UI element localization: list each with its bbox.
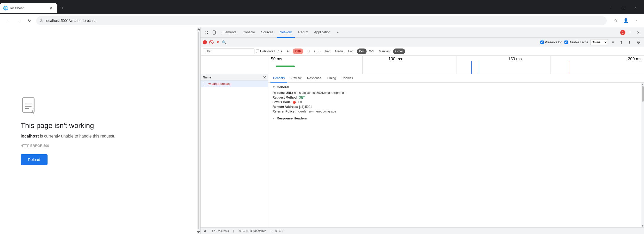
export-button[interactable]: ⬇ bbox=[626, 39, 633, 45]
details-tab-timing[interactable]: Timing bbox=[324, 74, 339, 83]
clear-button[interactable]: 🚫 bbox=[209, 40, 214, 45]
status-size: 0 B / 7 bbox=[275, 229, 284, 232]
scroll-bottom-icon[interactable] bbox=[203, 229, 206, 232]
details-tabs: Headers Preview Response Timing Cookies bbox=[268, 74, 644, 83]
devtools-close-button[interactable]: ✕ bbox=[635, 29, 642, 36]
response-headers-title: Response Headers bbox=[277, 116, 307, 120]
details-tab-response[interactable]: Response bbox=[305, 74, 324, 83]
remote-address-key: Remote Address: bbox=[273, 105, 298, 109]
filter-font[interactable]: Font bbox=[346, 49, 356, 54]
error-description: localhost is currently unable to handle … bbox=[21, 134, 115, 139]
filter-other[interactable]: Other bbox=[393, 49, 405, 54]
filter-css[interactable]: CSS bbox=[312, 49, 323, 54]
error-badge: 2 bbox=[620, 30, 625, 35]
request-url-val: https://localhost:5001/weatherforecast bbox=[294, 91, 346, 95]
bookmark-button[interactable]: ☆ bbox=[611, 17, 620, 25]
filter-icon: ▼ bbox=[216, 40, 220, 44]
throttle-select[interactable]: Online Fast 3G Slow 3G Offline bbox=[590, 39, 608, 45]
address-input[interactable]: ⓘ localhost:5001/weatherforecast bbox=[36, 16, 607, 25]
tab-redux[interactable]: Redux bbox=[295, 27, 311, 38]
search-button[interactable]: 🔍 bbox=[222, 40, 226, 44]
preserve-log-checkbox[interactable] bbox=[540, 41, 544, 44]
window-controls: − ❑ ✕ bbox=[605, 3, 644, 13]
preserve-log-label[interactable]: Preserve log bbox=[540, 41, 562, 44]
timeline-marker-blue-1 bbox=[471, 61, 472, 74]
timeline-line-3 bbox=[550, 56, 550, 74]
general-section-header[interactable]: ▼ General bbox=[273, 85, 640, 89]
filter-all[interactable]: All bbox=[285, 49, 292, 54]
device-toolbar-button[interactable] bbox=[211, 29, 218, 36]
details-tab-preview[interactable]: Preview bbox=[288, 74, 304, 83]
details-tab-headers[interactable]: Headers bbox=[270, 74, 287, 83]
hide-data-urls-label[interactable]: Hide data URLs bbox=[256, 50, 282, 53]
tab-favicon: 🌐 bbox=[3, 6, 8, 10]
minimize-button[interactable]: − bbox=[605, 3, 617, 13]
disable-cache-checkbox[interactable] bbox=[564, 41, 568, 44]
name-column-header: Name bbox=[203, 76, 211, 79]
new-tab-button[interactable]: + bbox=[58, 4, 67, 12]
forward-button[interactable]: → bbox=[14, 17, 23, 25]
error-host: localhost bbox=[21, 134, 39, 138]
devtools-header-icons bbox=[203, 29, 218, 36]
timeline-label-200: 200 ms bbox=[628, 57, 641, 61]
filter-media[interactable]: Media bbox=[333, 49, 346, 54]
tab-network[interactable]: Network bbox=[277, 27, 295, 38]
close-details-button[interactable]: ✕ bbox=[263, 75, 266, 79]
tab-sources[interactable]: Sources bbox=[258, 27, 277, 38]
svg-text::(: :( bbox=[30, 108, 34, 114]
network-list-area: Name ✕ weatherforecast Headers Preview R… bbox=[201, 74, 644, 227]
profile-button[interactable]: 👤 bbox=[622, 17, 630, 25]
hide-data-urls-checkbox[interactable] bbox=[256, 50, 259, 53]
close-button[interactable]: ✕ bbox=[630, 3, 641, 13]
timeline-line-1 bbox=[362, 56, 363, 74]
tab-more[interactable]: » bbox=[333, 27, 342, 38]
tab-application[interactable]: Application bbox=[311, 27, 334, 38]
network-list-item[interactable]: weatherforecast bbox=[201, 80, 268, 87]
tab-title: localhost bbox=[10, 6, 46, 10]
scrollbar-down-button[interactable]: ▼ bbox=[641, 224, 644, 227]
back-button[interactable]: ← bbox=[4, 17, 12, 25]
address-text: localhost:5001/weatherforecast bbox=[45, 19, 603, 23]
details-tab-cookies[interactable]: Cookies bbox=[339, 74, 355, 83]
tab-close-button[interactable]: ✕ bbox=[49, 5, 54, 11]
filter-type-buttons: All XHR JS CSS Img Media Font Doc WS Man… bbox=[285, 49, 405, 54]
remote-address-row: Remote Address: [::1]:5001 bbox=[273, 105, 640, 109]
maximize-button[interactable]: ❑ bbox=[617, 3, 629, 13]
referrer-policy-row: Referrer Policy: no-referrer-when-downgr… bbox=[273, 110, 640, 113]
status-requests: 1 / 6 requests bbox=[212, 229, 229, 232]
devtools-more-button[interactable]: ⋮ bbox=[626, 29, 634, 36]
scrollbar-up-button[interactable]: ▲ bbox=[641, 83, 644, 86]
browser-menu-button[interactable]: ⋮ bbox=[632, 17, 640, 25]
import-button[interactable]: ⬆ bbox=[618, 39, 624, 45]
timeline-main: 50 ms 100 ms 150 ms 200 ms bbox=[268, 56, 644, 74]
inspect-element-button[interactable] bbox=[203, 29, 210, 36]
details-scrollbar[interactable]: ▲ ▼ bbox=[641, 83, 644, 227]
tab-console[interactable]: Console bbox=[239, 27, 258, 38]
tab-elements[interactable]: Elements bbox=[219, 27, 239, 38]
throttle-down-button[interactable]: ▼ bbox=[610, 39, 616, 45]
filter-img[interactable]: Img bbox=[323, 49, 332, 54]
reload-button[interactable]: ↻ bbox=[25, 17, 34, 25]
filter-xhr[interactable]: XHR bbox=[293, 49, 303, 54]
scrollbar-thumb[interactable] bbox=[642, 86, 644, 102]
devtools-left-scrollbar[interactable] bbox=[197, 27, 200, 234]
active-tab[interactable]: 🌐 localhost ✕ bbox=[0, 3, 57, 13]
disable-cache-label[interactable]: Disable cache bbox=[564, 41, 588, 44]
devtools-settings-button[interactable]: ⚙ bbox=[635, 39, 642, 46]
timeline-bar-green bbox=[276, 66, 295, 67]
tab-bar: 🌐 localhost ✕ + − ❑ ✕ bbox=[0, 0, 644, 14]
request-method-val: GET bbox=[299, 96, 305, 99]
filter-manifest[interactable]: Manifest bbox=[377, 49, 393, 54]
item-checkbox bbox=[203, 82, 207, 86]
response-headers-section-header[interactable]: ▼ Response Headers bbox=[273, 116, 640, 120]
filter-doc[interactable]: Doc bbox=[357, 49, 367, 54]
filter-ws[interactable]: WS bbox=[367, 49, 376, 54]
response-headers-triangle: ▼ bbox=[273, 117, 275, 120]
reload-button-error[interactable]: Reload bbox=[21, 154, 48, 165]
timeline-line-2 bbox=[456, 56, 456, 74]
timeline-marker-red bbox=[569, 61, 569, 74]
timeline-marker-blue-2 bbox=[479, 61, 479, 74]
filter-js[interactable]: JS bbox=[304, 49, 312, 54]
filter-input[interactable] bbox=[203, 49, 254, 54]
record-button[interactable] bbox=[203, 40, 207, 44]
